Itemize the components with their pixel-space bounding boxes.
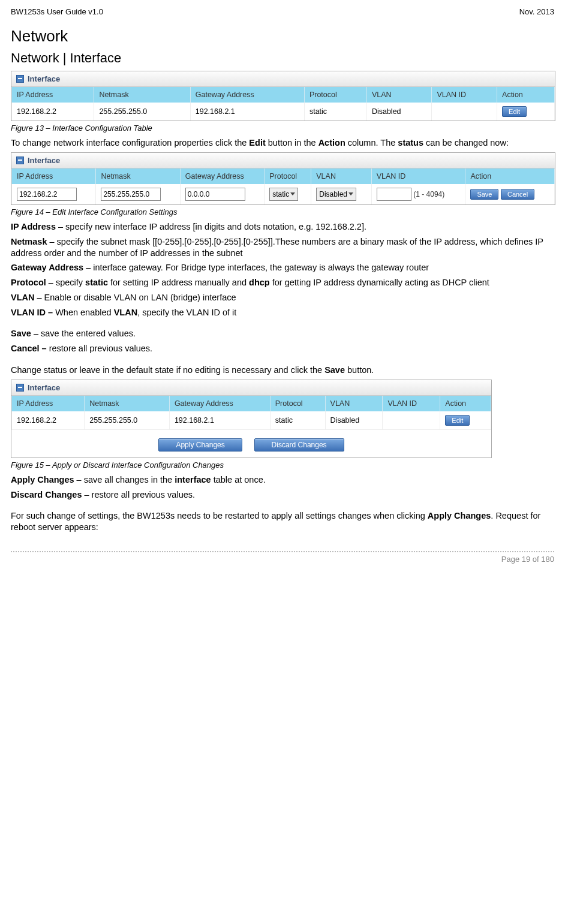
text: – save the entered values. — [31, 329, 136, 338]
col-vlanid: VLAN ID — [371, 168, 465, 184]
edit-button[interactable]: Edit — [445, 415, 470, 426]
cell-ip: 192.168.2.2 — [12, 103, 94, 121]
cell-netmask: 255.255.255.0 — [94, 103, 190, 121]
text: – save all changes in the — [74, 475, 175, 484]
panel-label: Interface — [28, 156, 60, 165]
save-button[interactable]: Save — [470, 189, 498, 200]
doc-title: BW1253s User Guide v1.0 — [11, 7, 103, 16]
cell-action: Save Cancel — [465, 184, 555, 204]
bold: interface — [175, 475, 211, 484]
protocol-select[interactable]: static — [269, 188, 298, 201]
interface-edit-table: IP Address Netmask Gateway Address Proto… — [11, 168, 555, 204]
col-action: Action — [440, 396, 491, 411]
col-protocol: Protocol — [304, 87, 366, 103]
bold: Apply Changes — [428, 511, 491, 520]
cell-protocol: static — [265, 184, 311, 204]
cell-protocol: static — [270, 411, 325, 429]
def-netmask: Netmask – specify the subnet mask [[0-25… — [11, 236, 554, 259]
label: Discard Changes — [11, 490, 82, 499]
cell-ip: 192.168.2.2 — [12, 411, 85, 429]
discard-changes-button[interactable]: Discard Changes — [254, 438, 344, 452]
label: Apply Changes — [11, 475, 74, 484]
subsection-heading: Network | Interface — [11, 50, 554, 66]
text-fragment: To change network interface configuratio… — [11, 138, 249, 148]
text: – specify — [46, 278, 85, 287]
ip-input[interactable] — [17, 188, 77, 201]
cell-vlanid: (1 - 4094) — [371, 184, 465, 204]
text: for setting IP address manually and — [108, 278, 249, 287]
label: Cancel – — [11, 344, 49, 353]
bold: static — [85, 278, 108, 287]
col-netmask: Netmask — [85, 396, 170, 411]
text: Change status or leave in the default st… — [11, 365, 324, 375]
cell-protocol: static — [304, 103, 366, 121]
text: – restore all previous values. — [82, 490, 195, 499]
label: IP Address — [11, 222, 56, 231]
label: Save — [11, 329, 31, 338]
paragraph: For such change of settings, the BW1253s… — [11, 510, 554, 533]
def-save: Save – save the entered values. — [11, 328, 554, 339]
doc-date: Nov. 2013 — [519, 7, 554, 16]
vlanid-input[interactable] — [377, 188, 411, 201]
def-gateway: Gateway Address – interface gateway. For… — [11, 262, 554, 273]
col-ip: IP Address — [12, 396, 85, 411]
bold: VLAN — [114, 308, 137, 317]
text: for getting IP address dynamically actin… — [270, 278, 489, 287]
table-header-row: IP Address Netmask Gateway Address Proto… — [12, 87, 555, 103]
text-fragment: column. The — [345, 138, 398, 148]
apply-changes-button[interactable]: Apply Changes — [158, 438, 242, 452]
cancel-button[interactable]: Cancel — [501, 189, 534, 200]
figure-15-caption: Figure 15 – Apply or Discard Interface C… — [11, 461, 554, 469]
cell-vlanid — [432, 103, 497, 121]
panel-label: Interface — [28, 74, 60, 83]
interface-panel-fig15: Interface IP Address Netmask Gateway Add… — [11, 380, 492, 458]
text-fragment: button in the — [266, 138, 318, 148]
netmask-input[interactable] — [101, 188, 161, 201]
paragraph: To change network interface configuratio… — [11, 137, 554, 149]
cell-gateway — [180, 184, 264, 204]
def-vlanid: VLAN ID – When enabled VLAN, specify the… — [11, 307, 554, 318]
text: table at once. — [211, 475, 266, 484]
text: , specify the VLAN ID of it — [137, 308, 236, 317]
col-vlan: VLAN — [366, 87, 432, 103]
table-row: static Disabled (1 - 4094) Save Cancel — [12, 184, 555, 204]
cell-netmask: 255.255.255.0 — [85, 411, 170, 429]
edit-button[interactable]: Edit — [502, 106, 527, 117]
bold: dhcp — [249, 278, 270, 287]
cell-action: Edit — [440, 411, 491, 429]
figure-14-caption: Figure 14 – Edit Interface Configuration… — [11, 207, 554, 216]
text: For such change of settings, the BW1253s… — [11, 511, 428, 520]
text: – interface gateway. For Bridge type int… — [83, 263, 429, 272]
col-netmask: Netmask — [94, 87, 190, 103]
text: restore all previous values. — [49, 344, 152, 353]
vlan-select[interactable]: Disabled — [316, 188, 356, 201]
gateway-input[interactable] — [185, 188, 245, 201]
panel-icon — [16, 75, 24, 83]
page-footer: Page 19 of 180 — [11, 551, 554, 564]
col-vlan: VLAN — [311, 168, 371, 184]
col-action: Action — [497, 87, 555, 103]
col-vlan: VLAN — [325, 396, 383, 411]
interface-panel-fig14: Interface IP Address Netmask Gateway Add… — [11, 152, 555, 205]
def-vlan: VLAN – Enable or disable VLAN on LAN (br… — [11, 292, 554, 303]
text: – Enable or disable VLAN on LAN (bridge)… — [34, 293, 236, 302]
col-protocol: Protocol — [265, 168, 311, 184]
apply-discard-row: Apply Changes Discard Changes — [11, 429, 491, 458]
panel-icon — [16, 384, 24, 392]
bold-edit: Edit — [249, 138, 265, 148]
interface-panel-fig13: Interface IP Address Netmask Gateway Add… — [11, 71, 555, 121]
text: – specify new interface IP address [in d… — [56, 222, 366, 231]
col-ip: IP Address — [12, 87, 94, 103]
def-apply: Apply Changes – save all changes in the … — [11, 474, 554, 486]
col-netmask: Netmask — [96, 168, 180, 184]
table-header-row: IP Address Netmask Gateway Address Proto… — [12, 396, 491, 411]
def-protocol: Protocol – specify static for setting IP… — [11, 277, 554, 288]
page-header: BW1253s User Guide v1.0 Nov. 2013 — [11, 7, 554, 16]
text: When enabled — [55, 308, 114, 317]
cell-gateway: 192.168.2.1 — [169, 411, 270, 429]
panel-title: Interface — [11, 380, 491, 396]
table-row: 192.168.2.2 255.255.255.0 192.168.2.1 st… — [12, 411, 491, 429]
page-number: Page 19 of 180 — [501, 555, 554, 564]
vlanid-range: (1 - 4094) — [413, 190, 444, 198]
cell-ip — [12, 184, 96, 204]
